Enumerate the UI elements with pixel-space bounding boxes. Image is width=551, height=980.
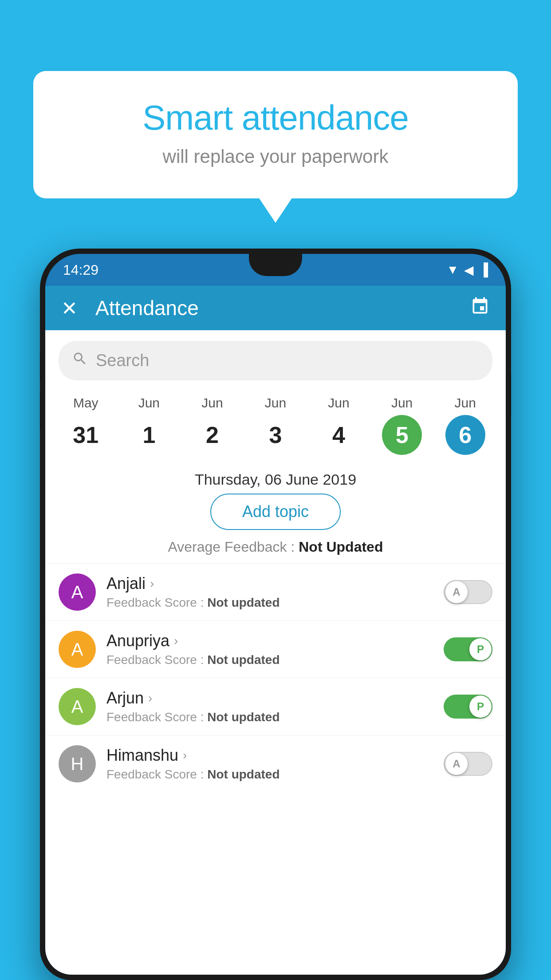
student-name-anjali: Anjali › (106, 574, 433, 593)
student-avatar-anjali: A (59, 573, 96, 611)
cal-day-6[interactable]: Jun 6 (445, 395, 485, 455)
toggle-knob-anjali: A (445, 581, 468, 603)
toggle-knob-arjun: P (469, 695, 492, 718)
cal-month-0: May (73, 395, 98, 411)
student-avatar-himanshu: H (59, 745, 96, 782)
cal-day-5[interactable]: Jun 5 (382, 395, 422, 455)
cal-date-1[interactable]: 1 (129, 415, 169, 455)
cal-day-1[interactable]: Jun 1 (129, 395, 169, 455)
speech-bubble: Smart attendance will replace your paper… (33, 71, 518, 198)
close-button[interactable]: ✕ (61, 297, 78, 320)
student-info-anupriya: Anupriya › Feedback Score : Not updated (106, 632, 433, 667)
avg-feedback: Average Feedback : Not Updated (45, 539, 506, 563)
status-icons: ▼ ◀ ▐ (446, 263, 488, 277)
toolbar-title: Attendance (95, 296, 470, 320)
student-info-anjali: Anjali › Feedback Score : Not updated (106, 574, 433, 610)
cal-month-2: Jun (201, 395, 223, 411)
student-name-himanshu: Himanshu › (106, 746, 433, 765)
phone-frame: 14:29 ▼ ◀ ▐ ✕ Attendance (40, 249, 511, 980)
wifi-icon: ▼ (446, 263, 459, 277)
cal-day-4[interactable]: Jun 4 (319, 395, 359, 455)
phone-screen: 14:29 ▼ ◀ ▐ ✕ Attendance (45, 254, 506, 975)
avg-feedback-value: Not Updated (299, 539, 383, 555)
student-avatar-anupriya: A (59, 631, 96, 668)
status-time: 14:29 (63, 262, 98, 278)
chevron-anjali: › (150, 577, 154, 591)
toggle-anupriya[interactable]: P (444, 637, 492, 661)
cal-date-6[interactable]: 6 (445, 415, 485, 455)
student-item-anjali[interactable]: A Anjali › Feedback Score : Not updated … (45, 563, 506, 620)
chevron-anupriya: › (174, 634, 178, 648)
calendar-icon[interactable] (470, 296, 490, 320)
cal-month-5: Jun (391, 395, 413, 411)
cal-date-5[interactable]: 5 (382, 415, 422, 455)
toggle-knob-anupriya: P (469, 638, 492, 660)
cal-date-3[interactable]: 3 (256, 415, 295, 455)
student-feedback-anjali: Feedback Score : Not updated (106, 596, 433, 610)
calendar-strip: May 31 Jun 1 Jun 2 Jun 3 Jun 4 (45, 391, 506, 464)
power-button (510, 373, 511, 417)
cal-month-4: Jun (328, 395, 349, 411)
student-item-himanshu[interactable]: H Himanshu › Feedback Score : Not update… (45, 735, 506, 792)
add-topic-button[interactable]: Add topic (210, 494, 341, 530)
student-feedback-anupriya: Feedback Score : Not updated (106, 653, 433, 667)
selected-date-label: Thursday, 06 June 2019 (45, 464, 506, 494)
toggle-arjun[interactable]: P (444, 695, 492, 719)
cal-date-2[interactable]: 2 (192, 415, 232, 455)
student-feedback-himanshu: Feedback Score : Not updated (106, 767, 433, 782)
student-avatar-arjun: A (59, 688, 96, 725)
search-placeholder: Search (96, 351, 149, 370)
student-info-himanshu: Himanshu › Feedback Score : Not updated (106, 746, 433, 782)
bubble-subtitle: will replace your paperwork (64, 146, 487, 167)
cal-day-0[interactable]: May 31 (66, 395, 106, 455)
avg-feedback-prefix: Average Feedback : (168, 539, 299, 555)
student-list: A Anjali › Feedback Score : Not updated … (45, 563, 506, 792)
toggle-knob-himanshu: A (445, 753, 468, 775)
student-name-anupriya: Anupriya › (106, 632, 433, 650)
student-item-arjun[interactable]: A Arjun › Feedback Score : Not updated P (45, 678, 506, 735)
student-feedback-arjun: Feedback Score : Not updated (106, 710, 433, 724)
vol-up-button (40, 351, 41, 382)
toggle-himanshu[interactable]: A (444, 752, 492, 776)
student-item-anupriya[interactable]: A Anupriya › Feedback Score : Not update… (45, 620, 506, 678)
cal-day-2[interactable]: Jun 2 (192, 395, 232, 455)
app-toolbar: ✕ Attendance (45, 286, 506, 330)
signal-icon: ◀ (464, 263, 474, 277)
cal-date-0[interactable]: 31 (66, 415, 106, 455)
student-name-arjun: Arjun › (106, 689, 433, 707)
notch (249, 254, 302, 276)
cal-date-4[interactable]: 4 (319, 415, 359, 455)
search-icon (72, 351, 88, 371)
chevron-himanshu: › (183, 748, 187, 763)
vol-down-button (40, 391, 41, 431)
bubble-title: Smart attendance (64, 98, 487, 138)
cal-month-3: Jun (265, 395, 286, 411)
screen-content: Search May 31 Jun 1 Jun 2 Jun (45, 330, 506, 975)
toggle-anjali[interactable]: A (444, 580, 492, 604)
student-info-arjun: Arjun › Feedback Score : Not updated (106, 689, 433, 724)
battery-icon: ▐ (479, 263, 488, 277)
chevron-arjun: › (148, 691, 152, 705)
search-input[interactable]: Search (59, 341, 492, 380)
cal-month-1: Jun (138, 395, 160, 411)
cal-month-6: Jun (454, 395, 476, 411)
cal-day-3[interactable]: Jun 3 (256, 395, 295, 455)
search-bar-container: Search (45, 330, 506, 391)
